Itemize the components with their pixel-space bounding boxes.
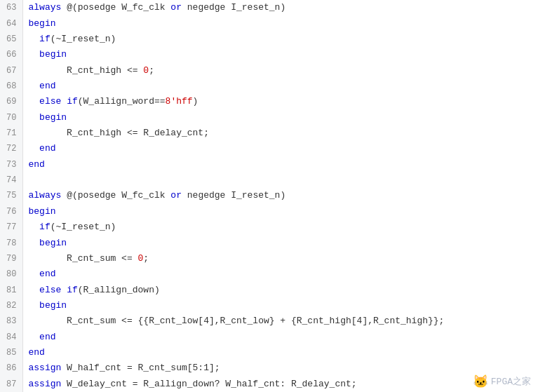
line-number: 67 (0, 62, 22, 78)
table-row: 67 R_cnt_high <= 0; (0, 62, 538, 78)
table-row: 70 begin (0, 110, 538, 126)
table-row: 65 if(~I_reset_n) (0, 32, 538, 47)
line-number: 76 (0, 204, 22, 219)
code-line-content: end (22, 141, 538, 156)
table-row: 68 end (0, 79, 538, 94)
code-line-content: end (22, 345, 538, 360)
code-line-content: else if(R_allign_down) (22, 282, 538, 297)
table-row: 80 end (0, 266, 538, 282)
table-row: 76begin (0, 204, 538, 219)
table-row: 64begin (0, 15, 538, 31)
table-row: 78 begin (0, 235, 538, 250)
line-number: 85 (0, 345, 22, 360)
code-line-content: end (22, 157, 538, 173)
code-line-content: assign W_delay_cnt = R_allign_down? W_ha… (22, 377, 538, 392)
logo-area: 🐱 FPGA之家 (473, 374, 531, 389)
line-number: 82 (0, 298, 22, 313)
line-number: 63 (0, 0, 22, 15)
line-number: 72 (0, 141, 22, 156)
line-number: 68 (0, 79, 22, 94)
table-row: 79 R_cnt_sum <= 0; (0, 251, 538, 266)
line-number: 80 (0, 266, 22, 282)
line-number: 65 (0, 32, 22, 47)
line-number: 73 (0, 157, 22, 173)
code-line-content: begin (22, 235, 538, 250)
code-line-content: R_cnt_high <= R_delay_cnt; (22, 126, 538, 141)
table-row: 82 begin (0, 298, 538, 313)
line-number: 87 (0, 377, 22, 392)
code-line-content: end (22, 79, 538, 94)
line-number: 69 (0, 94, 22, 109)
code-line-content: if(~I_reset_n) (22, 32, 538, 47)
code-line-content: R_cnt_high <= 0; (22, 62, 538, 78)
logo-icon: 🐱 (473, 374, 488, 389)
code-line-content: end (22, 266, 538, 282)
table-row: 73end (0, 157, 538, 173)
code-line-content: R_cnt_sum <= 0; (22, 251, 538, 266)
code-container: 63always @(posedge W_fc_clk or negedge I… (0, 0, 538, 392)
code-line-content: begin (22, 204, 538, 219)
line-number: 64 (0, 15, 22, 31)
line-number: 84 (0, 330, 22, 345)
table-row: 77 if(~I_reset_n) (0, 219, 538, 235)
code-line-content: always @(posedge W_fc_clk or negedge I_r… (22, 188, 538, 203)
code-line-content: begin (22, 110, 538, 126)
table-row: 66 begin (0, 47, 538, 62)
code-line-content (22, 173, 538, 188)
line-number: 75 (0, 188, 22, 203)
code-line-content: R_cnt_sum <= {{R_cnt_low[4],R_cnt_low} +… (22, 313, 538, 329)
bottom-bar: 🐱 FPGA之家 (466, 371, 538, 392)
table-row: 84 end (0, 330, 538, 345)
table-row: 72 end (0, 141, 538, 156)
line-number: 79 (0, 251, 22, 266)
table-row: 81 else if(R_allign_down) (0, 282, 538, 297)
code-line-content: else if(W_allign_word==8'hff) (22, 94, 538, 109)
code-line-content: begin (22, 47, 538, 62)
line-number: 83 (0, 313, 22, 329)
logo-text: FPGA之家 (491, 375, 531, 388)
code-line-content: if(~I_reset_n) (22, 219, 538, 235)
table-row: 74 (0, 173, 538, 188)
table-row: 63always @(posedge W_fc_clk or negedge I… (0, 0, 538, 15)
table-row: 86assign W_half_cnt = R_cnt_sum[5:1]; (0, 360, 538, 376)
code-line-content: always @(posedge W_fc_clk or negedge I_r… (22, 0, 538, 15)
line-number: 66 (0, 47, 22, 62)
line-number: 86 (0, 360, 22, 376)
line-number: 78 (0, 235, 22, 250)
table-row: 71 R_cnt_high <= R_delay_cnt; (0, 126, 538, 141)
table-row: 75always @(posedge W_fc_clk or negedge I… (0, 188, 538, 203)
table-row: 83 R_cnt_sum <= {{R_cnt_low[4],R_cnt_low… (0, 313, 538, 329)
table-row: 87assign W_delay_cnt = R_allign_down? W_… (0, 377, 538, 392)
line-number: 70 (0, 110, 22, 126)
code-line-content: assign W_half_cnt = R_cnt_sum[5:1]; (22, 360, 538, 376)
code-line-content: begin (22, 298, 538, 313)
line-number: 71 (0, 126, 22, 141)
code-line-content: begin (22, 15, 538, 31)
table-row: 69 else if(W_allign_word==8'hff) (0, 94, 538, 109)
line-number: 81 (0, 282, 22, 297)
line-number: 74 (0, 173, 22, 188)
table-row: 85end (0, 345, 538, 360)
code-line-content: end (22, 330, 538, 345)
line-number: 77 (0, 219, 22, 235)
code-table: 63always @(posedge W_fc_clk or negedge I… (0, 0, 538, 392)
